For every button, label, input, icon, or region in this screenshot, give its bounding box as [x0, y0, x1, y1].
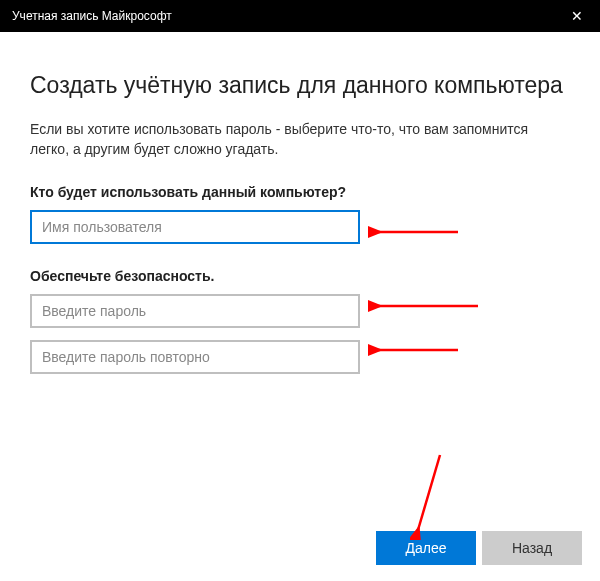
- close-icon: ✕: [571, 8, 583, 24]
- page-description: Если вы хотите использовать пароль - выб…: [30, 119, 570, 160]
- username-input[interactable]: [30, 210, 360, 244]
- back-button[interactable]: Назад: [482, 531, 582, 565]
- window-title: Учетная запись Майкрософт: [12, 9, 172, 23]
- security-section-label: Обеспечьте безопасность.: [30, 268, 570, 284]
- page-heading: Создать учётную запись для данного компь…: [30, 72, 570, 99]
- user-section-label: Кто будет использовать данный компьютер?: [30, 184, 570, 200]
- password-input[interactable]: [30, 294, 360, 328]
- svg-line-7: [418, 455, 440, 530]
- titlebar: Учетная запись Майкрософт ✕: [0, 0, 600, 32]
- close-button[interactable]: ✕: [554, 0, 600, 32]
- next-button[interactable]: Далее: [376, 531, 476, 565]
- footer-buttons: Далее Назад: [376, 531, 582, 565]
- password-confirm-input[interactable]: [30, 340, 360, 374]
- annotation-arrow: [410, 450, 450, 540]
- content-area: Создать учётную запись для данного компь…: [0, 32, 600, 386]
